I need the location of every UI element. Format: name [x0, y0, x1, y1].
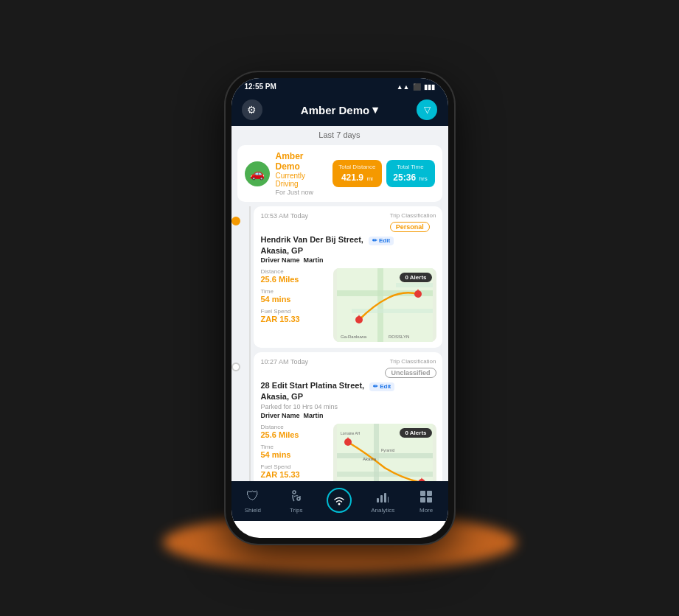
svg-rect-4 [352, 309, 433, 313]
shield-icon: 🛡 [244, 488, 262, 505]
trip-1-classification: Trip Classification Personal [390, 212, 436, 232]
driving-sub: For Just now [276, 189, 327, 196]
trip-1-map: Ga-Rankuwa ROSSLYN 0 Alerts [333, 268, 436, 342]
svg-rect-33 [377, 498, 379, 503]
user-title[interactable]: Amber Demo ▾ [301, 103, 378, 116]
svg-rect-2 [377, 268, 383, 342]
classification-badge-2[interactable]: Unclassified [385, 368, 436, 378]
content-area: Last 7 days 🚗 Amber Demo Currently Drivi… [231, 126, 448, 481]
svg-text:Pyramid: Pyramid [381, 448, 395, 452]
svg-point-30 [293, 491, 296, 494]
trip-1-body: Distance 25.6 Miles Time 54 mins Fuel Sp… [261, 268, 436, 342]
nav-analytics[interactable]: Analytics [361, 488, 405, 514]
edit-btn-2[interactable]: ✏ Edit [369, 382, 394, 391]
trip-list: 10:53 AM Today Trip Classification Perso… [231, 206, 448, 481]
trip-1-driver: Driver Name Martin [261, 256, 436, 264]
trip-1-address: Hendrik Van Der Bij Street, ✏ Edit Akasi… [261, 234, 436, 256]
svg-rect-3 [396, 283, 433, 287]
filter-button[interactable]: ▽ [417, 99, 437, 120]
nav-more-label: More [419, 507, 433, 514]
analytics-icon [374, 488, 391, 505]
nav-wifi[interactable] [318, 488, 361, 513]
phone-frame: 12:55 PM ▲▲ ⬛ ▮▮▮ ⚙ Amber Demo ▾ ▽ [226, 72, 454, 544]
svg-text:Ga-Rankuwa: Ga-Rankuwa [341, 335, 367, 339]
svg-rect-39 [420, 497, 425, 503]
timeline-line [249, 206, 251, 481]
gear-icon: ⚙ [247, 104, 257, 116]
settings-button[interactable]: ⚙ [242, 99, 262, 120]
trip-2-classification: Trip Classification Unclassified [385, 358, 436, 378]
trip-2-stats: Distance 25.6 Miles Time 54 mins Fuel Sp… [261, 424, 327, 481]
total-time-box: Total Time 25:36 hrs [386, 160, 435, 187]
app-header: ⚙ Amber Demo ▾ ▽ [231, 94, 448, 126]
svg-rect-40 [427, 497, 432, 503]
svg-text:Akasia: Akasia [363, 457, 377, 461]
total-distance-box: Total Distance 421.9 mi [332, 160, 381, 187]
trip-dot-1 [231, 217, 240, 225]
svg-rect-34 [380, 495, 383, 503]
classification-badge-1[interactable]: Personal [390, 222, 430, 232]
nav-trips[interactable]: Trips [274, 488, 318, 514]
status-time: 12:55 PM [245, 83, 276, 91]
svg-rect-38 [427, 491, 432, 496]
trip-2-parked: Parked for 10 Hrs 04 mins [261, 403, 436, 410]
nav-analytics-label: Analytics [371, 507, 394, 514]
wifi-icon [327, 488, 352, 513]
trip-1-stats: Distance 25.6 Miles Time 54 mins Fuel Sp… [261, 268, 327, 342]
svg-rect-14 [337, 472, 433, 477]
phone-screen: 12:55 PM ▲▲ ⬛ ▮▮▮ ⚙ Amber Demo ▾ ▽ [231, 78, 448, 538]
dropdown-icon: ▾ [372, 103, 378, 116]
trip-2-driver: Driver Name Martin [261, 412, 436, 419]
trip-2-body: Distance 25.6 Miles Time 54 mins Fuel Sp… [261, 424, 436, 481]
trip-2-map: Akasia Pretoria Lorraine AH Pyramid 0 Al… [333, 424, 436, 481]
driving-name: Amber Demo [276, 151, 327, 172]
filter-icon: ▽ [424, 105, 431, 115]
edit-btn-1[interactable]: ✏ Edit [369, 237, 394, 245]
svg-rect-35 [384, 493, 386, 503]
svg-text:Lorraine AH: Lorraine AH [341, 431, 361, 435]
svg-point-32 [338, 503, 341, 505]
alerts-badge-2: 0 Alerts [400, 428, 431, 438]
svg-rect-36 [388, 497, 389, 503]
nav-shield[interactable]: 🛡 Shield [231, 488, 275, 514]
trip-dot-2 [231, 363, 240, 371]
nav-trips-label: Trips [290, 507, 302, 514]
status-icons: ▲▲ ⬛ ▮▮▮ [397, 83, 435, 91]
more-icon [417, 488, 435, 505]
trip-2-address: 28 Edit Start Platina Street, ✏ Edit Aka… [261, 380, 436, 402]
period-label: Last 7 days [231, 126, 448, 142]
alerts-badge-1: 0 Alerts [400, 273, 431, 282]
trip-entry: 10:53 AM Today Trip Classification Perso… [254, 206, 442, 348]
driving-stats: Total Distance 421.9 mi Total Time 25:36… [332, 160, 434, 187]
nav-more[interactable]: More [405, 488, 448, 514]
status-bar: 12:55 PM ▲▲ ⬛ ▮▮▮ [231, 78, 448, 94]
trip-2-header: 10:27 AM Today Trip Classification Uncla… [261, 358, 436, 378]
nav-shield-label: Shield [245, 507, 261, 514]
trip-1-header: 10:53 AM Today Trip Classification Perso… [261, 212, 436, 232]
trip-1-time: 10:53 AM Today [261, 212, 308, 220]
svg-rect-37 [420, 491, 425, 496]
svg-text:ROSSLYN: ROSSLYN [389, 335, 409, 339]
svg-rect-12 [337, 453, 433, 458]
driving-card: 🚗 Amber Demo Currently Driving For Just … [237, 145, 442, 202]
trips-icon [288, 488, 305, 505]
bottom-nav: 🛡 Shield Trips [231, 481, 448, 521]
trip-2-time: 10:27 AM Today [261, 358, 308, 365]
driving-status: Currently Driving [276, 172, 327, 188]
scene: 12:55 PM ▲▲ ⬛ ▮▮▮ ⚙ Amber Demo ▾ ▽ [0, 0, 679, 616]
driving-info: Amber Demo Currently Driving For Just no… [276, 151, 327, 196]
driving-icon: 🚗 [245, 161, 270, 186]
header-title-text: Amber Demo [301, 104, 369, 116]
trip-entry: 10:27 AM Today Trip Classification Uncla… [254, 352, 442, 481]
